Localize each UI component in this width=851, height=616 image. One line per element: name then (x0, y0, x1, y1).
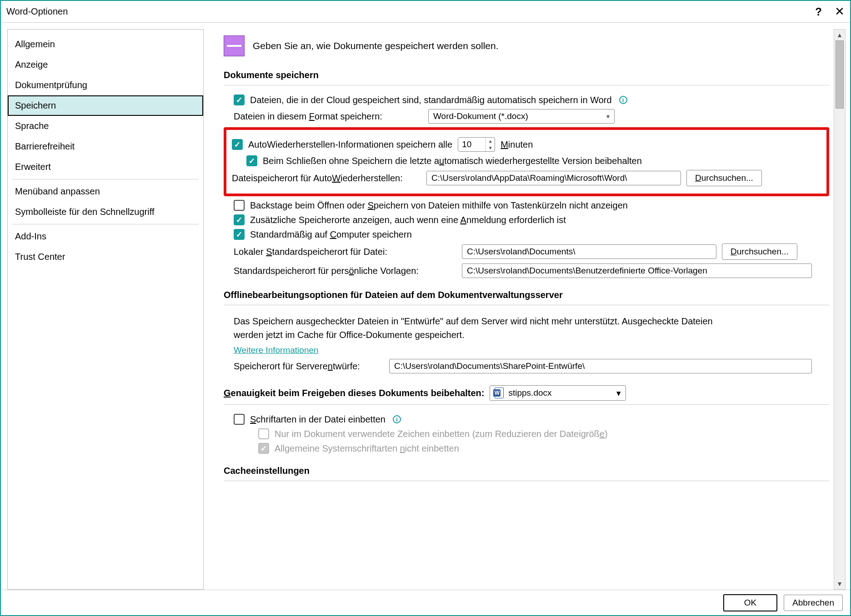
input-local-default[interactable] (462, 244, 716, 259)
sidebar-item-trustcenter[interactable]: Trust Center (8, 247, 203, 267)
label-autorecover-suffix: Minuten (501, 139, 533, 150)
spinner-down-icon[interactable]: ▼ (486, 144, 495, 151)
scroll-thumb[interactable] (836, 40, 844, 109)
sidebar-item-anzeige[interactable]: Anzeige (8, 55, 203, 75)
ok-button[interactable]: OK (723, 594, 777, 611)
row-exclude-common: Allgemeine Systemschriftarten nicht einb… (224, 443, 829, 454)
row-embed-used-only: Nur im Dokument verwendete Zeichen einbe… (224, 428, 829, 439)
section-separator (224, 481, 829, 481)
checkbox-default-computer[interactable] (234, 229, 245, 240)
info-icon[interactable]: i (393, 415, 401, 423)
checkbox-embed-fonts[interactable] (234, 414, 245, 425)
sidebar-item-allgemein[interactable]: Allgemein (8, 34, 203, 55)
info-icon[interactable]: i (619, 96, 627, 104)
label-default-computer: Standardmäßig auf Computer speichern (250, 229, 412, 240)
save-icon (224, 35, 245, 56)
row-more-info: Weitere Informationen (224, 345, 829, 355)
vertical-scrollbar[interactable]: ▲ ▼ (834, 29, 846, 590)
section-separator (224, 85, 829, 85)
spinner-buttons: ▲ ▼ (486, 138, 495, 151)
label-keep-last-autosaved: Beim Schließen ohne Speichern die letzte… (263, 156, 642, 166)
checkbox-exclude-common (258, 443, 269, 454)
dialog-footer: OK Abbrechen (1, 590, 850, 615)
combo-file-format-value: Word-Dokument (*.docx) (433, 111, 528, 121)
row-autorecover-location: Dateispeicherort für AutoWiederherstelle… (230, 170, 823, 186)
sidebar-separator (12, 179, 199, 179)
browse-autorecover-button[interactable]: Durchsuchen... (686, 170, 762, 186)
cancel-button[interactable]: Abbrechen (784, 595, 843, 611)
label-backstage-hide: Backstage beim Öffnen oder Speichern von… (250, 200, 628, 211)
link-more-info[interactable]: Weitere Informationen (234, 345, 319, 355)
checkbox-keep-last-autosaved[interactable] (246, 155, 257, 166)
row-personal-templates: Standardspeicherort für persönliche Vorl… (224, 263, 829, 278)
spinner-up-icon[interactable]: ▲ (486, 138, 495, 144)
page-header-text: Geben Sie an, wie Dokumente gespeichert … (253, 40, 498, 51)
row-keep-last-autosaved: Beim Schließen ohne Speichern die letzte… (230, 155, 823, 166)
row-default-computer: Standardmäßig auf Computer speichern (224, 229, 829, 240)
scroll-up-icon[interactable]: ▲ (834, 30, 845, 40)
combo-document-value: stipps.docx (508, 388, 551, 398)
content-wrap: Geben Sie an, wie Dokumente gespeichert … (210, 29, 846, 590)
sidebar-item-symbolleiste[interactable]: Symbolleiste für den Schnellzugriff (8, 202, 203, 222)
chevron-down-icon: ▾ (616, 388, 621, 398)
checkbox-cloud-autosave[interactable] (234, 94, 245, 105)
label-cloud-autosave: Dateien, die in der Cloud gespeichert si… (250, 95, 612, 105)
label-local-default: Lokaler Standardspeicherort für Datei: (234, 247, 456, 257)
label-autorecover-prefix: AutoWiederherstellen-Informationen speic… (248, 139, 452, 150)
checkbox-embed-used-only (258, 428, 269, 439)
combo-document[interactable]: stipps.docx ▾ (490, 385, 626, 401)
input-personal-templates[interactable] (462, 263, 812, 278)
sidebar: Allgemein Anzeige Dokumentprüfung Speich… (7, 29, 204, 590)
options-window: Word-Optionen ? ✕ Allgemein Anzeige Doku… (0, 0, 851, 616)
row-autorecover-interval: AutoWiederherstellen-Informationen speic… (230, 137, 823, 152)
input-autorecover-minutes[interactable] (458, 138, 486, 151)
browse-local-default-button[interactable]: Durchsuchen... (722, 243, 797, 260)
page-header: Geben Sie an, wie Dokumente gespeichert … (224, 35, 829, 56)
sidebar-item-dokumentpruefung[interactable]: Dokumentprüfung (8, 75, 203, 95)
spinner-autorecover-minutes[interactable]: ▲ ▼ (458, 137, 495, 152)
section-separator (224, 305, 829, 305)
section-title-fidelity: Genauigkeit beim Freigeben dieses Dokume… (224, 388, 484, 398)
close-icon[interactable]: ✕ (835, 5, 845, 19)
word-doc-icon (495, 387, 504, 398)
section-title-offline: Offlinebearbeitungsoptionen für Dateien … (224, 290, 829, 300)
label-server-drafts: Speicherort für Serverentwürfe: (234, 361, 384, 372)
row-cloud-autosave: Dateien, die in der Cloud gespeichert si… (224, 94, 829, 105)
input-server-drafts[interactable] (389, 359, 812, 373)
row-fidelity-title: Genauigkeit beim Freigeben dieses Dokume… (224, 385, 829, 401)
sidebar-item-addins[interactable]: Add-Ins (8, 226, 203, 247)
row-backstage-hide: Backstage beim Öffnen oder Speichern von… (224, 200, 829, 211)
offline-note: Das Speichern ausgecheckter Dateien in "… (234, 314, 729, 342)
window-title: Word-Optionen (6, 6, 815, 17)
highlight-autorecover: AutoWiederherstellen-Informationen speic… (224, 127, 829, 196)
combo-file-format[interactable]: Word-Dokument (*.docx) ▾ (428, 109, 615, 124)
sidebar-item-speichern[interactable]: Speichern (8, 95, 203, 116)
checkbox-autorecover[interactable] (232, 139, 243, 150)
main-area: Allgemein Anzeige Dokumentprüfung Speich… (1, 23, 850, 590)
label-file-format: Dateien in diesem Format speichern: (234, 111, 423, 122)
sidebar-item-barrierefreiheit[interactable]: Barrierefreiheit (8, 136, 203, 157)
section-separator (224, 404, 829, 405)
sidebar-separator (12, 224, 199, 224)
input-autorecover-location[interactable] (426, 171, 681, 185)
label-embed-fonts: Schriftarten in der Datei einbetten (250, 414, 385, 425)
titlebar-controls: ? ✕ (815, 5, 845, 19)
label-embed-used-only: Nur im Dokument verwendete Zeichen einbe… (275, 429, 608, 439)
label-autorecover-location: Dateispeicherort für AutoWiederherstelle… (232, 173, 421, 184)
row-file-format: Dateien in diesem Format speichern: Word… (224, 109, 829, 124)
sidebar-item-sprache[interactable]: Sprache (8, 116, 203, 136)
sidebar-item-menueband[interactable]: Menüband anpassen (8, 181, 203, 202)
sidebar-item-erweitert[interactable]: Erweitert (8, 157, 203, 177)
help-icon[interactable]: ? (815, 5, 822, 18)
label-personal-templates: Standardspeicherort für persönliche Vorl… (234, 266, 456, 276)
section-title-save: Dokumente speichern (224, 70, 829, 80)
row-embed-fonts: Schriftarten in der Datei einbetten i (224, 414, 829, 425)
checkbox-additional-locations[interactable] (234, 214, 245, 225)
row-additional-locations: Zusätzliche Speicherorte anzeigen, auch … (224, 214, 829, 225)
row-local-default: Lokaler Standardspeicherort für Datei: D… (224, 243, 829, 260)
row-offline-note: Das Speichern ausgecheckter Dateien in "… (224, 314, 829, 342)
scroll-down-icon[interactable]: ▼ (834, 578, 845, 589)
label-additional-locations: Zusätzliche Speicherorte anzeigen, auch … (250, 215, 566, 225)
label-exclude-common: Allgemeine Systemschriftarten nicht einb… (275, 443, 459, 454)
checkbox-backstage-hide[interactable] (234, 200, 245, 211)
